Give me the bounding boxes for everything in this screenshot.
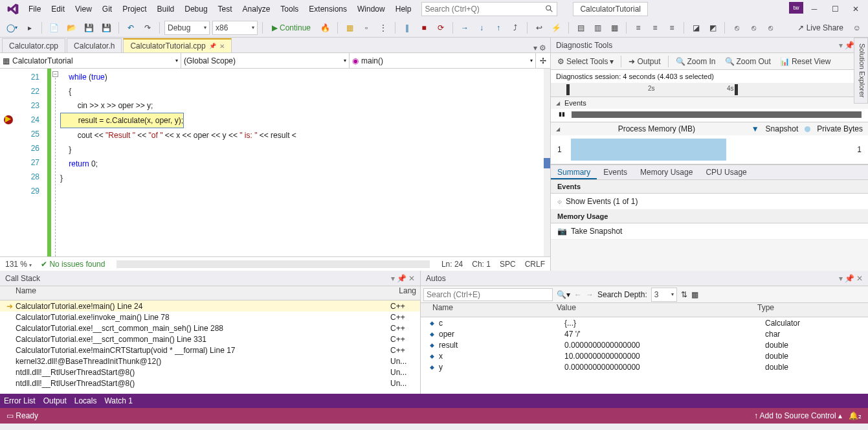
callstack-row[interactable]: CalculatorTutorial.exe!__scrt_common_mai… (0, 334, 420, 345)
diag-tab-events[interactable]: Events (597, 165, 634, 179)
menu-file[interactable]: File (23, 2, 46, 16)
autos-title[interactable]: Autos▾📌✕ (421, 271, 868, 286)
source-control-button[interactable]: ↑ Add to Source Control ▴ (754, 411, 842, 420)
solution-name[interactable]: CalculatorTutorial (573, 2, 648, 16)
bottom-tab-watch-1[interactable]: Watch 1 (104, 396, 133, 405)
menu-project[interactable]: Project (117, 2, 151, 16)
select-tools-button[interactable]: ⚙ Select Tools ▾ (553, 56, 618, 67)
events-section[interactable]: Events (551, 180, 868, 194)
nav-back-button[interactable]: ◯▾ (4, 21, 20, 35)
memory-section[interactable]: Memory Usage (551, 210, 868, 223)
zoom-combo[interactable]: 131 % (5, 260, 32, 269)
tab-CalculatorTutorial.cpp[interactable]: CalculatorTutorial.cpp 📌 ✕ (123, 38, 231, 52)
step-into-button[interactable]: → (458, 21, 472, 35)
nav-fwd[interactable]: → (586, 290, 594, 299)
callstack-title[interactable]: Call Stack▾📌✕ (0, 271, 420, 286)
menu-edit[interactable]: Edit (46, 2, 70, 16)
menu-debug[interactable]: Debug (179, 2, 212, 16)
continue-button[interactable]: ▶ Continue (267, 21, 315, 35)
show-events-button[interactable]: ⟐Show Events (1 of 1) (551, 194, 868, 210)
tb-btn-8[interactable]: ▥ (590, 21, 605, 35)
solution-explorer-tab[interactable]: Solution Explorer (854, 38, 868, 104)
undo-button[interactable]: ↶ (124, 21, 138, 35)
tb-btn-17[interactable]: ⎋ (763, 21, 777, 35)
menu-help[interactable]: Help (390, 2, 417, 16)
save-all-button[interactable]: 💾 (99, 21, 114, 35)
search-box[interactable] (421, 2, 557, 16)
menu-test[interactable]: Test (213, 2, 238, 16)
tab-Calculator.cpp[interactable]: Calculator.cpp (2, 38, 65, 52)
tab-overflow[interactable]: ▾ ⚙ (529, 43, 550, 52)
menu-git[interactable]: Git (97, 2, 117, 16)
live-share-button[interactable]: ↗ Live Share (794, 23, 847, 32)
tb-btn-1[interactable]: ▦ (342, 21, 357, 35)
depth-combo[interactable]: 3▾ (651, 288, 677, 302)
dropdown-icon[interactable]: ▾ (839, 41, 843, 50)
time-ruler[interactable]: 2s 4s (551, 83, 868, 97)
menu-view[interactable]: View (70, 2, 97, 16)
tb-btn-5[interactable]: ↩ (532, 21, 546, 35)
bottom-tab-output[interactable]: Output (43, 396, 67, 405)
reset-view-button[interactable]: 📊 Reset View (776, 56, 834, 67)
nav-project[interactable]: ▦CalculatorTutorial▾ (0, 53, 181, 68)
tb-a2[interactable]: ▦ (691, 290, 698, 299)
menu-tools[interactable]: Tools (275, 2, 304, 16)
redo-button[interactable]: ↷ (140, 21, 155, 35)
diag-title[interactable]: Diagnostic Tools▾📌✕ (551, 38, 868, 53)
tb-btn-2[interactable]: ▫ (359, 21, 373, 35)
diag-tab-cpu-usage[interactable]: CPU Usage (699, 165, 753, 179)
tb-btn-11[interactable]: ≡ (648, 21, 662, 35)
tb-btn-4[interactable]: ⤴ (508, 21, 522, 35)
open-button[interactable]: 📂 (64, 21, 79, 35)
take-snapshot-button[interactable]: 📷Take Snapshot (551, 223, 868, 240)
diag-tab-summary[interactable]: Summary (551, 165, 597, 179)
callstack-row[interactable]: ntdll.dll!__RtlUserThreadStart@8()Un... (0, 378, 420, 389)
bottom-tab-error-list[interactable]: Error List (4, 396, 36, 405)
notifications-button[interactable]: 🔔₂ (849, 411, 862, 420)
autos-row[interactable]: ◆x10.000000000000000double (421, 350, 868, 361)
autos-row[interactable]: ◆result0.0000000000000000double (421, 339, 868, 350)
tb-btn-15[interactable]: ⎋ (729, 21, 744, 35)
zoom-in-button[interactable]: 🔍 Zoom In (672, 56, 720, 67)
tb-a1[interactable]: ⇅ (681, 290, 687, 299)
close-button[interactable]: ✕ (846, 2, 865, 16)
tb-btn-9[interactable]: ▦ (607, 21, 621, 35)
callstack-row[interactable]: kernel32.dll!@BaseThreadInitThunk@12()Un… (0, 356, 420, 367)
callstack-row[interactable]: CalculatorTutorial.exe!invoke_main() Lin… (0, 311, 420, 322)
new-project-button[interactable]: 📄 (47, 21, 61, 35)
step-over-button[interactable]: ↓ (474, 21, 489, 35)
account-icon[interactable]: tw (789, 2, 803, 14)
hot-reload-button[interactable]: 🔥 (318, 21, 333, 35)
callstack-row[interactable]: ntdll.dll!__RtlUserThreadStart@8()Un... (0, 367, 420, 378)
tb-btn-3[interactable]: ⋮ (376, 21, 390, 35)
restart-button[interactable]: ⟳ (434, 21, 448, 35)
search-icon[interactable]: 🔍▾ (557, 290, 570, 299)
menu-extensions[interactable]: Extensions (304, 2, 352, 16)
nav-fwd-button[interactable]: ▸ (23, 21, 37, 35)
menu-window[interactable]: Window (352, 2, 390, 16)
tb-btn-13[interactable]: ◪ (689, 21, 703, 35)
tb-btn-14[interactable]: ◩ (706, 21, 720, 35)
step-out-button[interactable]: ↑ (491, 21, 506, 35)
memory-header[interactable]: Process Memory (MB) ▼SnapshotPrivate Byt… (551, 122, 868, 135)
zoom-out-button[interactable]: 🔍 Zoom Out (721, 56, 775, 67)
autos-row[interactable]: ◆y0.0000000000000000double (421, 361, 868, 372)
autos-row[interactable]: ◆c{...}Calculator (421, 317, 868, 328)
nav-function[interactable]: ◉main()▾ (350, 53, 536, 68)
code-editor[interactable]: 212223242526272829 − while (true) { cin … (0, 69, 550, 256)
bottom-tab-locals[interactable]: Locals (74, 396, 97, 405)
callstack-row[interactable]: ➜CalculatorTutorial.exe!main() Line 24C+… (0, 300, 420, 311)
split-button[interactable]: ✢ (536, 53, 550, 68)
maximize-button[interactable]: ☐ (825, 2, 845, 16)
issues-status[interactable]: ✔ No issues found (41, 260, 105, 269)
vertical-scrollbar[interactable] (544, 69, 550, 256)
tb-btn-12[interactable]: ≡ (665, 21, 679, 35)
nav-back[interactable]: ← (574, 290, 582, 299)
feedback-button[interactable]: ☺ (850, 21, 864, 35)
tb-btn-10[interactable]: ≡ (631, 21, 645, 35)
output-button[interactable]: ➜ Output (625, 56, 664, 67)
pause-button[interactable]: ‖ (400, 21, 414, 35)
pin-icon[interactable]: 📌 (845, 41, 854, 50)
stop-button[interactable]: ■ (417, 21, 431, 35)
autos-search[interactable] (423, 288, 553, 301)
